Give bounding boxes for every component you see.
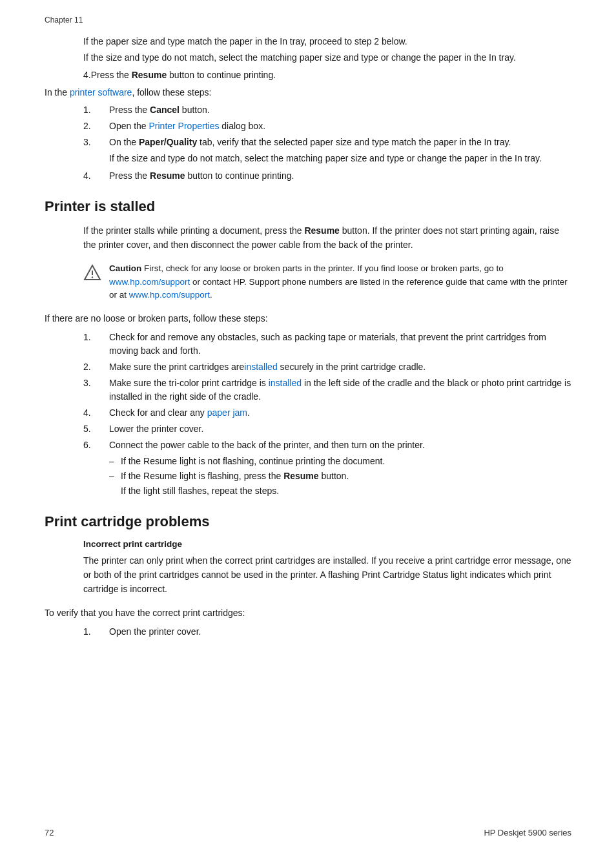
page-footer: 72 HP Deskjet 5900 series xyxy=(45,828,571,838)
stalled-step1: 1. Check for and remove any obstacles, s… xyxy=(83,331,571,358)
stalled-step6-num: 6. xyxy=(83,438,109,452)
footer-product-name: HP Deskjet 5900 series xyxy=(484,828,571,838)
sw-step2-content: Open the Printer Properties dialog box. xyxy=(109,119,265,133)
hp-support-link1[interactable]: www.hp.com/support xyxy=(109,277,190,287)
incorrect-cartridge-subheading: Incorrect print cartridge xyxy=(83,539,571,549)
stalled-step2: 2. Make sure the print cartridges areins… xyxy=(83,360,571,374)
top-intro-block: If the paper size and type match the pap… xyxy=(83,35,571,65)
page-container: Chapter 11 If the paper size and type ma… xyxy=(0,0,616,853)
top-step4-list: 4. Press the Resume button to continue p… xyxy=(83,68,571,82)
stalled-step5: 5. Lower the printer cover. xyxy=(83,422,571,436)
caution-box: Caution First, check for any loose or br… xyxy=(83,262,571,302)
dash-item1: – If the Resume light is not flashing, c… xyxy=(109,455,571,468)
hp-support-link2[interactable]: www.hp.com/support xyxy=(129,290,210,300)
printer-stalled-heading: Printer is stalled xyxy=(45,198,571,215)
dash-item2: – If the Resume light is flashing, press… xyxy=(109,469,571,483)
stalled-step5-num: 5. xyxy=(83,422,109,436)
printer-stalled-intro: If the printer stalls while printing a d… xyxy=(83,224,571,252)
sw-step4-num: 4. xyxy=(83,169,109,183)
stalled-step4: 4. Check for and clear any paper jam. xyxy=(83,406,571,420)
top-intro-line1: If the paper size and type match the pap… xyxy=(83,35,571,48)
top-step4-num: 4. xyxy=(83,68,91,82)
top-step4: 4. Press the Resume button to continue p… xyxy=(83,68,571,82)
dash-sub-text: If the light still flashes, repeat the s… xyxy=(121,484,571,498)
cartridge-step1-num: 1. xyxy=(83,625,109,639)
stalled-step4-num: 4. xyxy=(83,406,109,420)
sw-step2-num: 2. xyxy=(83,119,109,133)
verify-text: To verify that you have the correct prin… xyxy=(45,606,571,620)
cartridge-steps: 1. Open the printer cover. xyxy=(83,625,571,639)
caution-text-block: Caution First, check for any loose or br… xyxy=(109,262,571,302)
printer-properties-link[interactable]: Printer Properties xyxy=(149,121,220,131)
paper-quality-bold: Paper/Quality xyxy=(139,137,197,147)
dash-items: – If the Resume light is not flashing, c… xyxy=(109,455,571,498)
stalled-step1-content: Check for and remove any obstacles, such… xyxy=(109,331,571,358)
sw-step3-num: 3. xyxy=(83,136,109,149)
stalled-step6: 6. Connect the power cable to the back o… xyxy=(83,438,571,452)
resume-bold-top: Resume xyxy=(132,70,167,80)
dash2: – xyxy=(109,469,121,483)
dash2-content: If the Resume light is flashing, press t… xyxy=(121,469,349,483)
stalled-step2-content: Make sure the print cartridges areinstal… xyxy=(109,360,426,374)
follow-steps-text: If there are no loose or broken parts, f… xyxy=(45,312,571,325)
stalled-step3-num: 3. xyxy=(83,376,109,404)
svg-point-2 xyxy=(92,277,93,278)
chapter-label: Chapter 11 xyxy=(45,15,571,25)
resume-bold-sw: Resume xyxy=(150,170,185,181)
sw-step1: 1. Press the Cancel button. xyxy=(83,103,571,117)
printer-software-link[interactable]: printer software xyxy=(70,87,132,98)
stalled-step4-content: Check for and clear any paper jam. xyxy=(109,406,250,420)
top-intro-line2: If the size and type do not match, selec… xyxy=(83,51,571,65)
sw-step1-content: Press the Cancel button. xyxy=(109,103,210,117)
resume-bold-dash: Resume xyxy=(283,471,318,481)
sw-step4: 4. Press the Resume button to continue p… xyxy=(83,169,571,183)
cartridge-step1-content: Open the printer cover. xyxy=(109,625,201,639)
print-cartridge-heading: Print cartridge problems xyxy=(45,513,571,530)
sw-step3-content: On the Paper/Quality tab, verify that th… xyxy=(109,136,511,149)
sw-step4-content: Press the Resume button to continue prin… xyxy=(109,169,294,183)
stalled-step3-content: Make sure the tri-color print cartridge … xyxy=(109,376,571,404)
sw-step2: 2. Open the Printer Properties dialog bo… xyxy=(83,119,571,133)
print-cartridge-intro: The printer can only print when the corr… xyxy=(83,554,571,596)
caution-label: Caution xyxy=(109,263,141,273)
warning-triangle-icon xyxy=(83,263,101,282)
caution-icon xyxy=(83,263,101,282)
footer-page-number: 72 xyxy=(45,828,54,838)
stalled-step5-content: Lower the printer cover. xyxy=(109,422,203,436)
cartridge-step1: 1. Open the printer cover. xyxy=(83,625,571,639)
resume-bold-stalled: Resume xyxy=(304,225,339,236)
sw-step3: 3. On the Paper/Quality tab, verify that… xyxy=(83,136,571,149)
sw-step3-sub: If the size and type do not match, selec… xyxy=(109,152,571,165)
dash1-content: If the Resume light is not flashing, con… xyxy=(121,455,385,468)
software-intro: In the printer software, follow these st… xyxy=(45,86,571,99)
software-steps-container: 1. Press the Cancel button. 2. Open the … xyxy=(83,103,571,183)
stalled-step6-content: Connect the power cable to the back of t… xyxy=(109,438,425,452)
dash1: – xyxy=(109,455,121,468)
stalled-step3: 3. Make sure the tri-color print cartrid… xyxy=(83,376,571,404)
cancel-bold: Cancel xyxy=(150,105,180,115)
paper-jam-link[interactable]: paper jam xyxy=(207,407,247,418)
installed-link2[interactable]: installed xyxy=(269,378,302,388)
installed-link1[interactable]: installed xyxy=(244,362,277,372)
sw-step1-num: 1. xyxy=(83,103,109,117)
top-step4-content: Press the Resume button to continue prin… xyxy=(91,68,276,82)
stalled-step1-num: 1. xyxy=(83,331,109,358)
stalled-steps-list: 1. Check for and remove any obstacles, s… xyxy=(83,331,571,498)
stalled-step2-num: 2. xyxy=(83,360,109,374)
